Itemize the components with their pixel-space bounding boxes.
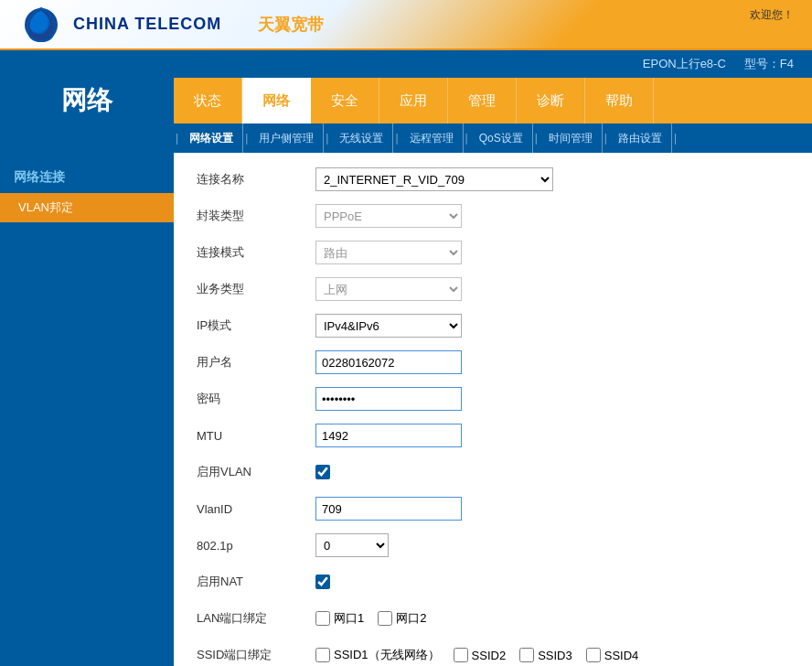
ssid3-label: SSID3 <box>538 649 572 662</box>
enable-vlan-checkbox[interactable] <box>315 465 330 479</box>
enable-nat-label: 启用NAT <box>197 574 315 590</box>
mtu-row: MTU <box>197 423 789 448</box>
dot1p-row: 802.1p 0 1 2 3 4 5 6 7 <box>197 532 789 558</box>
enable-vlan-row: 启用VLAN <box>197 459 789 485</box>
nav-items: 状态 网络 安全 应用 管理 诊断 帮助 <box>174 78 812 124</box>
ssid1-label: SSID1（无线网络） <box>334 647 440 663</box>
username-row: 用户名 <box>197 349 789 375</box>
lan-port-group: 网口1 网口2 <box>315 610 426 627</box>
lan-port1-label: 网口1 <box>334 610 364 627</box>
ip-mode-row: IP模式 IPv4 IPv6 IPv4&IPv6 <box>197 313 789 338</box>
sidebar-item-vlan-binding[interactable]: VLAN邦定 <box>0 193 174 222</box>
connection-mode-row: 连接模式 路由 <box>197 240 789 265</box>
nav-item-help[interactable]: 帮助 <box>585 78 654 124</box>
encap-type-label: 封装类型 <box>197 208 315 224</box>
service-type-select[interactable]: 上网 <box>315 277 462 301</box>
password-row: 密码 <box>197 386 789 412</box>
lan-bind-row: LAN端口绑定 网口1 网口2 <box>197 606 789 631</box>
lan-port2-checkbox[interactable] <box>378 611 392 626</box>
vlan-id-input[interactable] <box>315 497 462 521</box>
username-input[interactable] <box>315 350 462 374</box>
ssid1-item: SSID1（无线网络） <box>315 647 440 663</box>
ssid2-checkbox[interactable] <box>454 648 468 662</box>
sidebar: 网络连接 VLAN邦定 <box>0 153 174 666</box>
mtu-input[interactable] <box>315 424 462 447</box>
dot1p-select[interactable]: 0 1 2 3 4 5 6 7 <box>315 533 389 557</box>
nav-item-security[interactable]: 安全 <box>311 78 379 124</box>
connection-mode-select[interactable]: 路由 <box>315 241 462 264</box>
brand-slogan: 天翼宽带 <box>258 14 324 36</box>
connection-name-row: 连接名称 2_INTERNET_R_VID_709 <box>197 166 789 192</box>
password-label: 密码 <box>197 391 315 407</box>
connection-name-select[interactable]: 2_INTERNET_R_VID_709 <box>315 167 553 191</box>
enable-nat-row: 启用NAT <box>197 569 789 595</box>
ssid3-checkbox[interactable] <box>519 648 534 662</box>
enable-nat-checkbox[interactable] <box>315 575 330 589</box>
ssid4-checkbox[interactable] <box>586 648 601 662</box>
service-type-row: 业务类型 上网 <box>197 276 789 302</box>
vlan-id-row: VlanID <box>197 496 789 521</box>
lan-port1-item: 网口1 <box>315 610 364 627</box>
encap-type-row: 封装类型 PPPoE <box>197 203 789 229</box>
sub-nav-routing[interactable]: 路由设置 <box>609 124 672 153</box>
info-bar: EPON上行e8-C 型号：F4 <box>0 50 812 78</box>
main-form-content: 连接名称 2_INTERNET_R_VID_709 封装类型 PPPoE 连接模… <box>174 153 812 666</box>
content-area: 网络连接 VLAN邦定 连接名称 2_INTERNET_R_VID_709 封装… <box>0 153 812 666</box>
sidebar-section-network-connection[interactable]: 网络连接 <box>0 162 174 193</box>
connection-mode-label: 连接模式 <box>197 244 315 261</box>
sub-nav-time-management[interactable]: 时间管理 <box>540 124 603 153</box>
enable-vlan-label: 启用VLAN <box>197 464 315 480</box>
ssid2-item: SSID2 <box>454 648 507 662</box>
device-info: EPON上行e8-C <box>643 56 726 72</box>
ssid4-label: SSID4 <box>604 649 639 662</box>
ip-mode-select[interactable]: IPv4 IPv6 IPv4&IPv6 <box>315 314 462 338</box>
lan-bind-label: LAN端口绑定 <box>197 610 315 627</box>
lan-port2-label: 网口2 <box>396 610 426 627</box>
welcome-text: 欢迎您！ <box>750 7 794 23</box>
sub-nav-user-management[interactable]: 用户侧管理 <box>250 124 324 153</box>
main-navigation: 网络 状态 网络 安全 应用 管理 诊断 帮助 <box>0 78 812 124</box>
ssid1-checkbox[interactable] <box>315 648 330 662</box>
lan-port1-checkbox[interactable] <box>315 611 330 626</box>
sub-nav-wireless-settings[interactable]: 无线设置 <box>330 124 393 153</box>
username-label: 用户名 <box>197 354 315 371</box>
nav-item-management[interactable]: 管理 <box>448 78 517 124</box>
ssid-group: SSID1（无线网络） SSID2 SSID3 SSID4 <box>315 647 638 663</box>
encap-type-select[interactable]: PPPoE <box>315 204 462 228</box>
page-header: CHINA TELECOM 天翼宽带 欢迎您！ <box>0 0 812 50</box>
sub-navigation: | 网络设置 | 用户侧管理 | 无线设置 | 远程管理 | QoS设置 | 时… <box>0 124 812 153</box>
sub-nav-qos[interactable]: QoS设置 <box>470 124 533 153</box>
nav-item-status[interactable]: 状态 <box>174 78 242 124</box>
connection-name-label: 连接名称 <box>197 171 315 188</box>
lan-port2-item: 网口2 <box>378 610 426 627</box>
nav-section-title: 网络 <box>0 78 174 124</box>
ssid4-item: SSID4 <box>586 648 639 662</box>
sub-nav-remote-management[interactable]: 远程管理 <box>401 124 464 153</box>
china-telecom-logo-icon <box>18 6 64 43</box>
ssid-bind-label: SSID端口绑定 <box>197 647 315 663</box>
ssid2-label: SSID2 <box>472 649 507 662</box>
mtu-label: MTU <box>197 429 315 443</box>
ssid-bind-row: SSID端口绑定 SSID1（无线网络） SSID2 SSID3 SSID4 <box>197 642 789 666</box>
brand-name: CHINA TELECOM <box>73 15 221 34</box>
nav-item-diagnostics[interactable]: 诊断 <box>517 78 585 124</box>
ssid3-item: SSID3 <box>519 648 572 662</box>
password-input[interactable] <box>315 387 462 411</box>
model-info: 型号：F4 <box>744 56 794 72</box>
dot1p-label: 802.1p <box>197 539 315 553</box>
sub-nav-network-settings[interactable]: 网络设置 <box>180 124 243 153</box>
logo-area: CHINA TELECOM 天翼宽带 <box>18 6 324 43</box>
vlan-id-label: VlanID <box>197 502 315 516</box>
nav-item-application[interactable]: 应用 <box>379 78 448 124</box>
service-type-label: 业务类型 <box>197 281 315 297</box>
nav-item-network[interactable]: 网络 <box>242 78 311 124</box>
ip-mode-label: IP模式 <box>197 317 315 334</box>
